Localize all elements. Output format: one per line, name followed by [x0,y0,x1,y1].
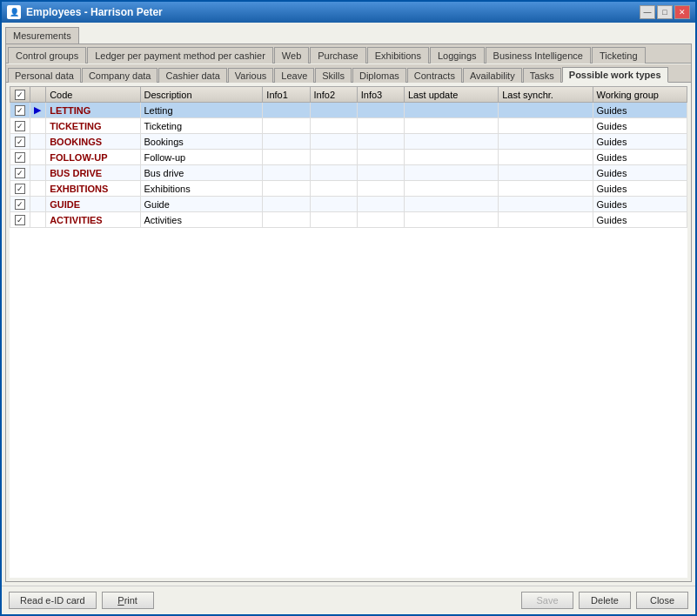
row-working-group: Guides [593,150,687,165]
subtab-leave[interactable]: Leave [274,68,314,83]
row-checkbox-cell [10,165,30,181]
table-body: ▶LETTINGLettingGuidesTICKETINGTicketingG… [10,103,687,228]
row-code: LETTING [46,103,140,118]
table-row[interactable]: GUIDEGuideGuides [10,197,687,212]
row-checkbox[interactable] [15,121,25,131]
content-area: Mesurements Control groups Ledger per pa… [2,23,695,586]
row-checkbox-cell [10,150,30,165]
tab-control-groups[interactable]: Control groups [8,47,86,64]
row-info3 [357,150,404,165]
subtab-row: Personal data Company data Cashier data … [6,64,691,83]
table-row[interactable]: BOOKINGSBookingsGuides [10,134,687,150]
subtab-possible-work-types[interactable]: Possible work types [562,67,668,83]
row-info1 [263,197,310,212]
row-checkbox[interactable] [15,168,25,178]
tab-purchase[interactable]: Purchase [310,47,365,64]
tab-exhibitions[interactable]: Exhibitions [367,47,429,64]
row-info1 [263,118,310,134]
row-checkbox-cell [10,197,30,212]
row-working-group: Guides [593,181,687,197]
row-arrow-cell [30,197,45,212]
row-description: Activities [140,212,263,228]
subtab-cashier-data[interactable]: Cashier data [158,68,226,83]
row-info1 [263,134,310,150]
row-description: Exhibitions [140,181,263,197]
row-info2 [310,181,357,197]
tab-ledger[interactable]: Ledger per payment method per cashier [87,47,273,64]
table-row[interactable]: BUS DRIVEBus driveGuides [10,165,687,181]
row-checkbox[interactable] [15,215,25,225]
delete-button[interactable]: Delete [579,592,631,609]
row-info2 [310,212,357,228]
row-last-update [404,212,498,228]
tab-ticketing[interactable]: Ticketing [592,47,646,64]
subtab-availability[interactable]: Availability [463,68,522,83]
footer-right: Save Delete Close [521,592,688,609]
table-row[interactable]: EXHBITIONSExhibitionsGuides [10,181,687,197]
read-eid-button[interactable]: Read e-ID card [9,592,97,609]
maximize-button[interactable]: □ [657,5,673,19]
work-types-table: Code Description Info1 Info2 Info3 Last … [10,86,687,228]
print-label-rest: rint [124,595,137,606]
row-last-update [404,181,498,197]
row-checkbox-cell [10,181,30,197]
row-working-group: Guides [593,212,687,228]
row-checkbox[interactable] [15,184,25,194]
table-row[interactable]: ACTIVITIESActivitiesGuides [10,212,687,228]
footer-left: Read e-ID card Print [9,592,154,609]
row-code: FOLLOW-UP [46,150,140,165]
col-header-last-synchr: Last synchr. [499,87,593,103]
table-row[interactable]: TICKETINGTicketingGuides [10,118,687,134]
row-description: Follow-up [140,150,263,165]
tab-bi[interactable]: Business Intelligence [486,47,591,64]
col-header-info3: Info3 [357,87,404,103]
row-info2 [310,118,357,134]
col-header-working-group: Working group [593,87,687,103]
minimize-button[interactable]: — [640,5,655,19]
window-title: Employees - Harrison Peter [26,6,163,18]
row-info2 [310,150,357,165]
tab-measurements[interactable]: Mesurements [5,27,79,44]
row-arrow-cell [30,181,45,197]
table-row[interactable]: FOLLOW-UPFollow-upGuides [10,150,687,165]
row-checkbox[interactable] [15,105,25,116]
row-arrow-cell [30,118,45,134]
subtab-diplomas[interactable]: Diplomas [352,68,406,83]
row-checkbox[interactable] [15,152,25,163]
col-header-description: Description [140,87,263,103]
tab-loggings[interactable]: Loggings [430,47,485,64]
row-code: GUIDE [46,197,140,212]
close-window-button[interactable]: ✕ [674,5,690,19]
col-header-last-update: Last update [404,87,498,103]
tab-row-2: Control groups Ledger per payment method… [6,44,691,64]
row-description: Ticketing [140,118,263,134]
subtab-company-data[interactable]: Company data [82,68,158,83]
row-info3 [357,118,404,134]
close-button[interactable]: Close [636,592,688,609]
row-info1 [263,212,310,228]
row-checkbox[interactable] [15,137,25,147]
tab-web[interactable]: Web [274,47,309,64]
row-code: BUS DRIVE [46,165,140,181]
subtab-tasks[interactable]: Tasks [523,68,561,83]
print-button[interactable]: Print [102,592,154,609]
row-info3 [357,134,404,150]
col-header-info2: Info2 [310,87,357,103]
row-working-group: Guides [593,103,687,118]
table-row[interactable]: ▶LETTINGLettingGuides [10,103,687,118]
row-code: EXHBITIONS [46,181,140,197]
row-checkbox[interactable] [15,199,25,210]
row-info3 [357,197,404,212]
subtab-skills[interactable]: Skills [315,68,352,83]
subtab-various[interactable]: Various [228,68,273,83]
save-button[interactable]: Save [521,592,573,609]
row-arrow-cell: ▶ [30,103,45,118]
subtab-contracts[interactable]: Contracts [407,68,462,83]
tab-panel: Control groups Ledger per payment method… [5,44,692,582]
tab-row-1: Mesurements [5,26,692,43]
select-all-checkbox[interactable] [15,90,25,100]
titlebar-left: 👤 Employees - Harrison Peter [7,5,163,19]
subtab-personal-data[interactable]: Personal data [8,68,81,83]
row-working-group: Guides [593,134,687,150]
row-code: TICKETING [46,118,140,134]
